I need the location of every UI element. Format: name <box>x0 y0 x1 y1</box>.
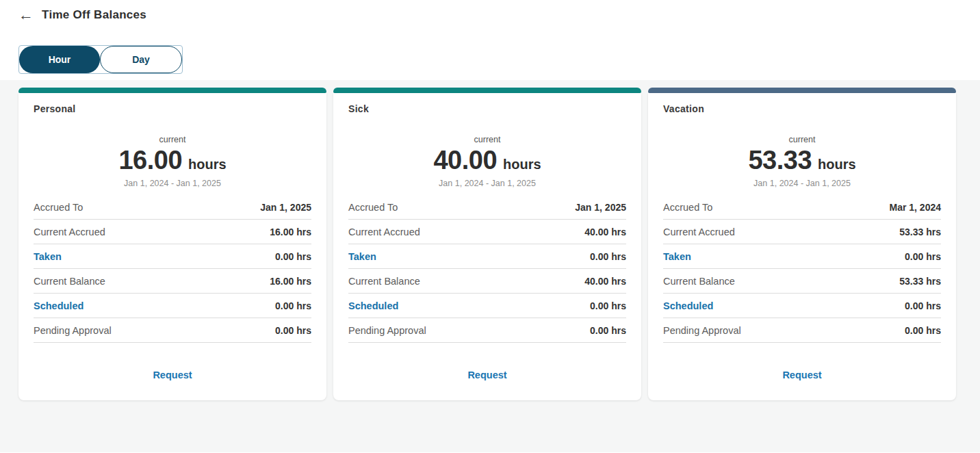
request-wrap: Request <box>648 369 956 381</box>
row-label-link[interactable]: Taken <box>34 251 62 262</box>
balance-row: Taken 0.00 hrs <box>34 244 311 269</box>
row-label: Current Balance <box>34 276 105 287</box>
row-value: 0.00 hrs <box>590 251 626 262</box>
balance-unit: hours <box>188 157 227 172</box>
content-area: Personal current 16.00 hours Jan 1, 2024… <box>0 80 980 452</box>
time-off-card-sick: Sick current 40.00 hours Jan 1, 2024 - J… <box>333 88 641 400</box>
card-title: Vacation <box>648 93 956 114</box>
back-arrow-icon[interactable]: ← <box>18 8 34 22</box>
row-label: Pending Approval <box>34 325 112 336</box>
toggle-option-day[interactable]: Day <box>100 46 182 73</box>
balance-row: Scheduled 0.00 hrs <box>348 294 626 318</box>
row-value: Mar 1, 2024 <box>890 202 942 213</box>
balance-row: Taken 0.00 hrs <box>663 244 941 269</box>
balance-amount: 40.00 <box>433 146 497 175</box>
accrual-date-range: Jan 1, 2024 - Jan 1, 2025 <box>648 179 956 188</box>
row-label: Accrued To <box>663 202 712 213</box>
balance-unit: hours <box>818 157 856 172</box>
balance-row: Accrued To Jan 1, 2025 <box>348 195 626 220</box>
balance-row: Current Balance 40.00 hrs <box>348 269 626 294</box>
row-label: Accrued To <box>34 202 83 213</box>
balance-unit: hours <box>503 157 541 172</box>
balance-rows: Accrued To Mar 1, 2024 Current Accrued 5… <box>648 188 956 343</box>
row-label: Current Balance <box>663 276 735 287</box>
balance-row: Pending Approval 0.00 hrs <box>663 318 941 343</box>
row-value: 0.00 hrs <box>905 325 941 336</box>
row-label-link[interactable]: Scheduled <box>348 300 398 311</box>
row-label-link[interactable]: Taken <box>663 251 691 262</box>
balance-row: Current Accrued 16.00 hrs <box>34 220 311 244</box>
row-value: 16.00 hrs <box>270 276 311 287</box>
request-wrap: Request <box>333 369 641 381</box>
accrual-date-range: Jan 1, 2024 - Jan 1, 2025 <box>333 179 641 188</box>
current-balance-summary: current 16.00 hours Jan 1, 2024 - Jan 1,… <box>18 135 326 188</box>
row-value: 40.00 hrs <box>584 276 626 287</box>
card-accent-bar <box>333 88 641 93</box>
card-body: Personal current 16.00 hours Jan 1, 2024… <box>18 93 326 400</box>
row-value: 0.00 hrs <box>275 251 311 262</box>
toggle-option-hour[interactable]: Hour <box>19 46 100 73</box>
current-label: current <box>18 135 326 144</box>
row-label-link[interactable]: Scheduled <box>34 300 83 311</box>
row-label: Current Accrued <box>663 226 735 237</box>
current-balance-summary: current 53.33 hours Jan 1, 2024 - Jan 1,… <box>648 135 956 188</box>
row-value: 0.00 hrs <box>905 300 941 311</box>
row-value: 0.00 hrs <box>275 325 311 336</box>
row-label-link[interactable]: Taken <box>348 251 376 262</box>
balance-row: Current Balance 53.33 hrs <box>663 269 941 294</box>
balance-amount: 53.33 <box>748 146 812 175</box>
row-label: Accrued To <box>348 202 398 213</box>
card-body: Sick current 40.00 hours Jan 1, 2024 - J… <box>333 93 641 400</box>
page-header: ← Time Off Balances <box>18 8 962 22</box>
row-value: 16.00 hrs <box>270 226 311 237</box>
card-body: Vacation current 53.33 hours Jan 1, 2024… <box>648 93 956 400</box>
balance-row: Pending Approval 0.00 hrs <box>34 318 311 343</box>
balance-amount: 16.00 <box>118 146 182 175</box>
row-value: 0.00 hrs <box>905 251 941 262</box>
balance-rows: Accrued To Jan 1, 2025 Current Accrued 4… <box>333 188 641 343</box>
amount-row: 53.33 hours <box>648 146 956 175</box>
balance-row: Scheduled 0.00 hrs <box>34 294 311 318</box>
row-label-link[interactable]: Scheduled <box>663 300 713 311</box>
row-value: 0.00 hrs <box>275 300 311 311</box>
top-band: ← Time Off Balances HourDay <box>0 0 980 80</box>
row-label: Pending Approval <box>663 325 741 336</box>
hour-day-toggle: HourDay <box>18 45 183 74</box>
current-label: current <box>333 135 641 144</box>
accrual-date-range: Jan 1, 2024 - Jan 1, 2025 <box>18 179 326 188</box>
balance-cards: Personal current 16.00 hours Jan 1, 2024… <box>18 88 956 400</box>
request-button[interactable]: Request <box>153 370 192 380</box>
request-button[interactable]: Request <box>467 370 506 380</box>
balance-row: Accrued To Jan 1, 2025 <box>34 195 311 220</box>
balance-row: Current Balance 16.00 hrs <box>34 269 311 294</box>
row-value: 0.00 hrs <box>590 325 626 336</box>
row-value: 53.33 hrs <box>899 226 941 237</box>
balance-row: Taken 0.00 hrs <box>348 244 626 269</box>
row-label: Current Accrued <box>34 226 105 237</box>
row-value: 40.00 hrs <box>584 226 626 237</box>
request-button[interactable]: Request <box>782 370 821 380</box>
amount-row: 40.00 hours <box>333 146 641 175</box>
row-value: 0.00 hrs <box>590 300 626 311</box>
row-label: Current Accrued <box>348 226 420 237</box>
row-value: Jan 1, 2025 <box>260 202 311 213</box>
current-label: current <box>648 135 956 144</box>
time-off-card-personal: Personal current 16.00 hours Jan 1, 2024… <box>18 88 326 400</box>
card-title: Personal <box>18 93 326 114</box>
balance-row: Current Accrued 53.33 hrs <box>663 220 941 244</box>
amount-row: 16.00 hours <box>18 146 326 175</box>
row-label: Current Balance <box>348 276 420 287</box>
balance-rows: Accrued To Jan 1, 2025 Current Accrued 1… <box>18 188 326 343</box>
balance-row: Pending Approval 0.00 hrs <box>348 318 626 343</box>
balance-row: Current Accrued 40.00 hrs <box>348 220 626 244</box>
request-wrap: Request <box>18 369 326 381</box>
balance-row: Scheduled 0.00 hrs <box>663 294 941 318</box>
row-value: 53.33 hrs <box>899 276 941 287</box>
card-title: Sick <box>333 93 641 114</box>
page-title: Time Off Balances <box>42 8 146 22</box>
row-label: Pending Approval <box>348 325 426 336</box>
current-balance-summary: current 40.00 hours Jan 1, 2024 - Jan 1,… <box>333 135 641 188</box>
balance-row: Accrued To Mar 1, 2024 <box>663 195 941 220</box>
card-accent-bar <box>648 88 956 93</box>
time-off-card-vacation: Vacation current 53.33 hours Jan 1, 2024… <box>648 88 956 400</box>
